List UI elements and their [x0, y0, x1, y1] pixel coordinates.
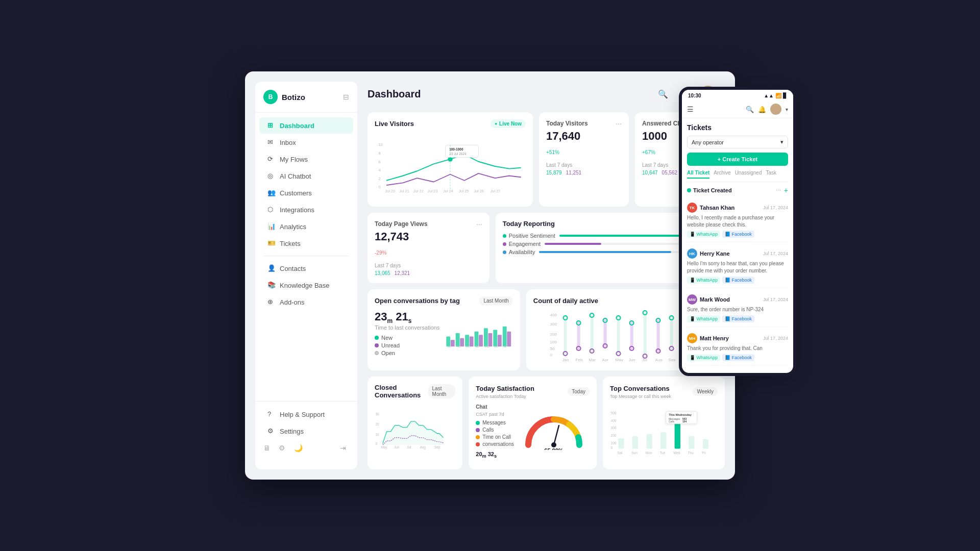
svg-text:Sep: Sep — [668, 358, 676, 361]
today-visitors-more[interactable]: ··· — [616, 119, 622, 128]
open-conv-svg: Jan Feb Mar Apr May Jun Jul — [446, 310, 512, 356]
open-conv-stats: 23m 21s Time to last conversations New — [375, 310, 439, 356]
phone-bell-icon[interactable]: 🔔 — [758, 106, 766, 113]
svg-text:Jul: Jul — [642, 358, 647, 361]
pv-compare2: 12,321 — [395, 270, 410, 276]
phone-dropdown-icon[interactable]: ▾ — [786, 107, 788, 112]
svg-text:Apr: Apr — [602, 358, 608, 361]
sidebar-item-ai-chatbot[interactable]: ◎ AI Chatbot — [259, 168, 353, 184]
tab-task[interactable]: Task — [766, 170, 776, 179]
monitor-icon[interactable]: 🖥 — [263, 444, 273, 453]
svg-text:Aug: Aug — [420, 445, 426, 449]
today-visitors-header: Today Visitors ··· — [546, 119, 622, 128]
satisfaction-title-group: Today Satisfaction Active satisfaction T… — [476, 384, 534, 399]
sidebar-item-inbox[interactable]: ✉ Inbox — [259, 134, 353, 151]
sidebar-label-settings: Settings — [280, 428, 304, 435]
sidebar-label-help: Help & Support — [280, 411, 325, 418]
ticket-more-icon[interactable]: ··· — [776, 186, 781, 194]
svg-rect-111 — [646, 434, 652, 448]
help-icon: ? — [267, 410, 276, 418]
collapse-button[interactable]: ⊟ — [343, 93, 349, 101]
svg-text:Calls: Calls — [669, 420, 674, 423]
ticket-message-2: MW Mark Wood Jul 17, 2024 Sure, the orde… — [687, 290, 788, 327]
sidebar-item-contacts[interactable]: 👤 Contacts — [259, 260, 353, 277]
search-icon[interactable]: 🔍 — [655, 86, 671, 102]
page-title: Dashboard — [368, 88, 421, 100]
sidebar-item-dashboard[interactable]: ⊞ Dashboard — [259, 117, 353, 134]
moon-icon[interactable]: 🌙 — [294, 444, 303, 453]
top-conv-subtitle: Top Message or call this week — [610, 394, 671, 399]
whatsapp-badge-1: 📱 WhatsApp — [687, 277, 720, 284]
svg-rect-32 — [507, 332, 511, 347]
svg-text:65.90%: 65.90% — [544, 447, 564, 450]
sidebar-item-settings[interactable]: ⚙ Settings — [259, 423, 353, 439]
progress-fill-0 — [559, 235, 691, 237]
svg-text:0: 0 — [378, 185, 380, 189]
create-ticket-button[interactable]: + Create Ticket — [687, 153, 788, 166]
knowledge-icon: 📚 — [267, 281, 276, 289]
sidebar-item-knowledge-base[interactable]: 📚 Knowledge Base — [259, 277, 353, 293]
phone-menu-icon[interactable]: ☰ — [687, 105, 694, 113]
settings-icon: ⚙ — [267, 427, 276, 435]
today-visitors-period: Last 7 days — [546, 162, 622, 168]
top-conv-filter[interactable]: Weekly — [693, 387, 718, 396]
gauge-area: 65.90% — [518, 404, 590, 459]
legend-time-on-call: Time on Call — [476, 434, 514, 440]
app-name: Botizo — [282, 93, 305, 102]
sidebar-item-analytics[interactable]: 📊 Analytics — [259, 218, 353, 235]
sidebar-item-my-flows[interactable]: ⟳ My Flows — [259, 151, 353, 167]
dashboard-icon: ⊞ — [267, 121, 276, 130]
closed-conv-title: Closed Conversations — [375, 384, 428, 399]
phone-avatar[interactable] — [770, 104, 781, 115]
open-conv-content: 23m 21s Time to last conversations New — [375, 310, 513, 358]
top-conversations-card: Top Conversations Top Message or call th… — [603, 377, 725, 469]
svg-text:0: 0 — [611, 446, 613, 449]
svg-text:50: 50 — [550, 346, 554, 351]
satisfaction-content: Chat CSAT past 7d Messages Calls Tim — [476, 404, 590, 459]
logout-icon[interactable]: ⇥ — [340, 444, 349, 453]
tab-archive[interactable]: Archive — [714, 170, 730, 179]
svg-text:20: 20 — [376, 422, 380, 426]
svg-text:543: 543 — [682, 418, 687, 420]
sidebar-label-tickets: Tickets — [280, 240, 301, 247]
ticket-add-icon[interactable]: + — [784, 186, 788, 194]
customers-icon: 👥 — [267, 189, 276, 197]
svg-text:Jan: Jan — [447, 345, 452, 348]
facebook-badge-3: 📘 Facebook — [722, 354, 754, 361]
svg-text:Fri: Fri — [702, 451, 706, 455]
page-views-header: Today Page Views ··· — [375, 220, 482, 228]
closed-conv-filter[interactable]: Last Month — [428, 384, 456, 398]
page-views-more[interactable]: ··· — [476, 220, 482, 228]
operator-dropdown[interactable]: Any operator ▾ — [687, 136, 788, 148]
ticket-date-3: Jul 17, 2024 — [763, 336, 788, 341]
sidebar-item-customers[interactable]: 👥 Customers — [259, 185, 353, 201]
open-conv-header: Open conversations by tag Last Month — [375, 296, 513, 305]
sender-avatar-1: HK — [687, 248, 697, 259]
ticket-channels-3: 📱 WhatsApp 📘 Facebook — [687, 354, 788, 361]
open-conv-filter[interactable]: Last Month — [479, 296, 512, 305]
svg-text:Tue: Tue — [659, 451, 665, 455]
sidebar-item-integrations[interactable]: ⬡ Integrations — [259, 202, 353, 218]
sidebar-item-tickets[interactable]: 🎫 Tickets — [259, 235, 353, 252]
sidebar-item-add-ons[interactable]: ⊕ Add-ons — [259, 294, 353, 310]
tab-all-ticket[interactable]: All Ticket — [687, 170, 709, 179]
gear-icon[interactable]: ⚙ — [279, 444, 288, 453]
open-conversations-card: Open conversations by tag Last Month 23m… — [368, 289, 520, 370]
tab-unassigned[interactable]: Unassigned — [735, 170, 762, 179]
top-conv-header: Top Conversations Top Message or call th… — [610, 384, 718, 399]
ticket-date-0: Jul 17, 2024 — [763, 205, 788, 210]
svg-text:Jul 22: Jul 22 — [413, 189, 424, 193]
svg-text:Jul 24: Jul 24 — [443, 189, 453, 193]
messages-dot — [476, 421, 480, 425]
phone-search-icon[interactable]: 🔍 — [746, 106, 754, 113]
legend-dot-unread — [375, 343, 379, 347]
satisfaction-filter[interactable]: Today — [568, 387, 590, 396]
sidebar-label-integrations: Integrations — [280, 206, 314, 214]
sidebar-item-help-support[interactable]: ? Help & Support — [259, 406, 353, 422]
ticket-text-2: Sure, the order number is NP-324 — [687, 306, 788, 313]
tickets-icon: 🎫 — [267, 239, 276, 247]
legend-conversations: conversations — [476, 441, 514, 447]
ticket-message-1: HK Herry Kane Jul 17, 2024 Hello I'm sor… — [687, 244, 788, 288]
today-visitors-sparkline — [562, 145, 566, 159]
ticket-header-actions: ··· + — [776, 186, 788, 194]
